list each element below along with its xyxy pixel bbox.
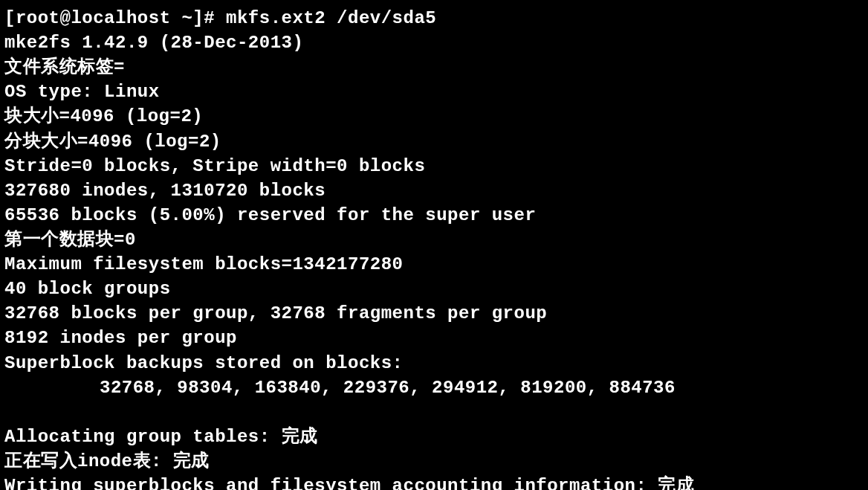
output-line: Superblock backups stored on blocks: (4, 351, 864, 375)
output-line: 8192 inodes per group (4, 326, 864, 350)
prompt-line: [root@localhost ~]# mkfs.ext2 /dev/sda5 (4, 6, 864, 30)
output-line: 文件系统标签= (4, 55, 864, 80)
output-line: Allocating group tables: 完成 (4, 425, 864, 449)
output-line: 32768 blocks per group, 32768 fragments … (4, 301, 864, 326)
output-line: 第一个数据块=0 (4, 228, 864, 252)
output-line: 分块大小=4096 (log=2) (4, 129, 864, 154)
output-line: Writing superblocks and filesystem accou… (4, 474, 864, 490)
command-text: mkfs.ext2 /dev/sda5 (226, 8, 436, 28)
output-line: 正在写入inode表: 完成 (4, 449, 864, 474)
blank-line (4, 400, 864, 425)
output-line: OS type: Linux (4, 80, 864, 104)
output-line: 32768, 98304, 163840, 229376, 294912, 81… (4, 375, 864, 400)
output-line: Maximum filesystem blocks=1342177280 (4, 252, 864, 277)
output-line: 327680 inodes, 1310720 blocks (4, 178, 864, 203)
output-line: 65536 blocks (5.00%) reserved for the su… (4, 203, 864, 228)
output-line: mke2fs 1.42.9 (28-Dec-2013) (4, 30, 864, 55)
output-line: Stride=0 blocks, Stripe width=0 blocks (4, 154, 864, 178)
terminal-output[interactable]: [root@localhost ~]# mkfs.ext2 /dev/sda5 … (4, 6, 864, 490)
shell-prompt: [root@localhost ~]# (4, 8, 226, 28)
output-line: 40 block groups (4, 277, 864, 301)
output-line: 块大小=4096 (log=2) (4, 104, 864, 129)
